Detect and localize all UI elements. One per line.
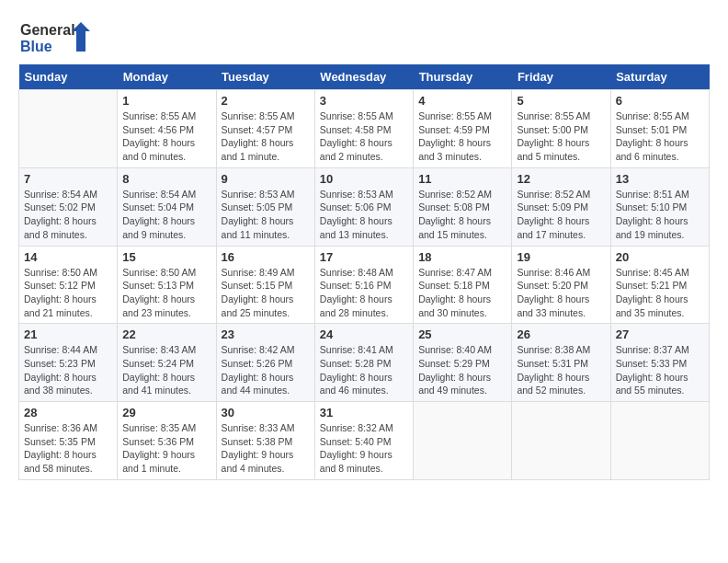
- calendar-cell: 21Sunrise: 8:44 AM Sunset: 5:23 PM Dayli…: [19, 324, 118, 402]
- day-info: Sunrise: 8:44 AM Sunset: 5:23 PM Dayligh…: [24, 343, 112, 397]
- calendar-cell: 24Sunrise: 8:41 AM Sunset: 5:28 PM Dayli…: [314, 324, 413, 402]
- day-info: Sunrise: 8:33 AM Sunset: 5:38 PM Dayligh…: [222, 421, 310, 476]
- day-number: 28: [24, 406, 112, 419]
- calendar-cell: 28Sunrise: 8:36 AM Sunset: 5:35 PM Dayli…: [19, 402, 118, 480]
- calendar-cell: 26Sunrise: 8:38 AM Sunset: 5:31 PM Dayli…: [512, 324, 610, 402]
- calendar-cell: 17Sunrise: 8:48 AM Sunset: 5:16 PM Dayli…: [314, 246, 413, 324]
- calendar-cell: 29Sunrise: 8:35 AM Sunset: 5:36 PM Dayli…: [118, 402, 216, 480]
- day-info: Sunrise: 8:46 AM Sunset: 5:20 PM Dayligh…: [517, 266, 605, 320]
- day-info: Sunrise: 8:54 AM Sunset: 5:02 PM Dayligh…: [24, 188, 112, 242]
- calendar-cell: [19, 90, 118, 168]
- weekday-header-row: SundayMondayTuesdayWednesdayThursdayFrid…: [19, 64, 710, 90]
- day-number: 2: [222, 94, 310, 108]
- day-number: 7: [24, 172, 112, 186]
- day-info: Sunrise: 8:53 AM Sunset: 5:05 PM Dayligh…: [222, 188, 310, 242]
- logo: GeneralBlue: [18, 18, 92, 55]
- day-info: Sunrise: 8:40 AM Sunset: 5:29 PM Dayligh…: [418, 343, 506, 397]
- calendar-cell: 23Sunrise: 8:42 AM Sunset: 5:26 PM Dayli…: [216, 324, 314, 402]
- day-info: Sunrise: 8:54 AM Sunset: 5:04 PM Dayligh…: [122, 188, 210, 242]
- day-info: Sunrise: 8:35 AM Sunset: 5:36 PM Dayligh…: [122, 421, 210, 476]
- day-info: Sunrise: 8:49 AM Sunset: 5:15 PM Dayligh…: [222, 266, 310, 320]
- calendar-cell: 5Sunrise: 8:55 AM Sunset: 5:00 PM Daylig…: [512, 90, 610, 168]
- day-number: 20: [616, 250, 704, 264]
- day-info: Sunrise: 8:48 AM Sunset: 5:16 PM Dayligh…: [320, 266, 408, 320]
- day-number: 30: [222, 406, 310, 419]
- day-number: 5: [517, 94, 605, 108]
- calendar-cell: [512, 402, 610, 480]
- calendar-cell: 19Sunrise: 8:46 AM Sunset: 5:20 PM Dayli…: [512, 246, 610, 324]
- day-number: 4: [418, 94, 506, 108]
- calendar-week-row: 7Sunrise: 8:54 AM Sunset: 5:02 PM Daylig…: [19, 167, 710, 246]
- day-number: 14: [24, 250, 112, 264]
- day-number: 21: [24, 327, 112, 341]
- day-number: 1: [122, 94, 210, 108]
- day-info: Sunrise: 8:50 AM Sunset: 5:12 PM Dayligh…: [24, 266, 112, 320]
- calendar-cell: 31Sunrise: 8:32 AM Sunset: 5:40 PM Dayli…: [314, 402, 413, 480]
- calendar-cell: 6Sunrise: 8:55 AM Sunset: 5:01 PM Daylig…: [610, 90, 709, 168]
- weekday-header: Tuesday: [216, 64, 314, 90]
- day-number: 16: [222, 250, 310, 264]
- day-info: Sunrise: 8:42 AM Sunset: 5:26 PM Dayligh…: [222, 343, 310, 397]
- calendar-cell: 22Sunrise: 8:43 AM Sunset: 5:24 PM Dayli…: [118, 324, 216, 402]
- calendar-cell: 25Sunrise: 8:40 AM Sunset: 5:29 PM Dayli…: [414, 324, 512, 402]
- calendar-cell: 11Sunrise: 8:52 AM Sunset: 5:08 PM Dayli…: [414, 167, 512, 246]
- calendar-cell: 20Sunrise: 8:45 AM Sunset: 5:21 PM Dayli…: [610, 246, 709, 324]
- day-number: 12: [517, 172, 605, 186]
- calendar-cell: 9Sunrise: 8:53 AM Sunset: 5:05 PM Daylig…: [216, 167, 314, 246]
- page-header: GeneralBlue: [18, 18, 710, 55]
- calendar-week-row: 1Sunrise: 8:55 AM Sunset: 4:56 PM Daylig…: [19, 90, 710, 168]
- calendar-week-row: 21Sunrise: 8:44 AM Sunset: 5:23 PM Dayli…: [19, 324, 710, 402]
- logo-icon: GeneralBlue: [18, 18, 92, 55]
- calendar-cell: 12Sunrise: 8:52 AM Sunset: 5:09 PM Dayli…: [512, 167, 610, 246]
- day-number: 3: [320, 94, 408, 108]
- calendar-cell: 27Sunrise: 8:37 AM Sunset: 5:33 PM Dayli…: [610, 324, 709, 402]
- day-info: Sunrise: 8:55 AM Sunset: 4:56 PM Dayligh…: [122, 109, 210, 164]
- calendar-cell: [610, 402, 709, 480]
- day-info: Sunrise: 8:55 AM Sunset: 4:58 PM Dayligh…: [320, 109, 408, 164]
- day-number: 29: [122, 406, 210, 419]
- day-number: 10: [320, 172, 408, 186]
- calendar-table: SundayMondayTuesdayWednesdayThursdayFrid…: [18, 64, 710, 480]
- weekday-header: Monday: [118, 64, 216, 90]
- day-info: Sunrise: 8:51 AM Sunset: 5:10 PM Dayligh…: [616, 188, 704, 242]
- day-number: 15: [122, 250, 210, 264]
- day-info: Sunrise: 8:47 AM Sunset: 5:18 PM Dayligh…: [418, 266, 506, 320]
- weekday-header: Thursday: [414, 64, 512, 90]
- day-info: Sunrise: 8:50 AM Sunset: 5:13 PM Dayligh…: [122, 266, 210, 320]
- day-info: Sunrise: 8:52 AM Sunset: 5:08 PM Dayligh…: [418, 188, 506, 242]
- calendar-cell: 14Sunrise: 8:50 AM Sunset: 5:12 PM Dayli…: [19, 246, 118, 324]
- day-number: 8: [122, 172, 210, 186]
- calendar-week-row: 14Sunrise: 8:50 AM Sunset: 5:12 PM Dayli…: [19, 246, 710, 324]
- weekday-header: Saturday: [610, 64, 709, 90]
- day-info: Sunrise: 8:55 AM Sunset: 5:01 PM Dayligh…: [616, 109, 704, 164]
- day-number: 23: [222, 327, 310, 341]
- day-number: 17: [320, 250, 408, 264]
- calendar-cell: 18Sunrise: 8:47 AM Sunset: 5:18 PM Dayli…: [414, 246, 512, 324]
- day-number: 22: [122, 327, 210, 341]
- day-info: Sunrise: 8:43 AM Sunset: 5:24 PM Dayligh…: [122, 343, 210, 397]
- calendar-cell: 8Sunrise: 8:54 AM Sunset: 5:04 PM Daylig…: [118, 167, 216, 246]
- day-info: Sunrise: 8:36 AM Sunset: 5:35 PM Dayligh…: [24, 421, 112, 476]
- calendar-cell: [414, 402, 512, 480]
- day-info: Sunrise: 8:55 AM Sunset: 5:00 PM Dayligh…: [517, 109, 605, 164]
- day-number: 18: [418, 250, 506, 264]
- day-info: Sunrise: 8:45 AM Sunset: 5:21 PM Dayligh…: [616, 266, 704, 320]
- day-info: Sunrise: 8:32 AM Sunset: 5:40 PM Dayligh…: [320, 421, 408, 476]
- day-info: Sunrise: 8:55 AM Sunset: 4:57 PM Dayligh…: [222, 109, 310, 164]
- day-info: Sunrise: 8:37 AM Sunset: 5:33 PM Dayligh…: [616, 343, 704, 397]
- calendar-cell: 13Sunrise: 8:51 AM Sunset: 5:10 PM Dayli…: [610, 167, 709, 246]
- day-number: 6: [616, 94, 704, 108]
- day-number: 27: [616, 327, 704, 341]
- calendar-cell: 15Sunrise: 8:50 AM Sunset: 5:13 PM Dayli…: [118, 246, 216, 324]
- svg-text:General: General: [20, 22, 75, 38]
- day-info: Sunrise: 8:41 AM Sunset: 5:28 PM Dayligh…: [320, 343, 408, 397]
- day-info: Sunrise: 8:38 AM Sunset: 5:31 PM Dayligh…: [517, 343, 605, 397]
- day-number: 26: [517, 327, 605, 341]
- calendar-cell: 16Sunrise: 8:49 AM Sunset: 5:15 PM Dayli…: [216, 246, 314, 324]
- day-number: 13: [616, 172, 704, 186]
- day-number: 31: [320, 406, 408, 419]
- day-number: 11: [418, 172, 506, 186]
- calendar-cell: 4Sunrise: 8:55 AM Sunset: 4:59 PM Daylig…: [414, 90, 512, 168]
- day-number: 19: [517, 250, 605, 264]
- day-number: 25: [418, 327, 506, 341]
